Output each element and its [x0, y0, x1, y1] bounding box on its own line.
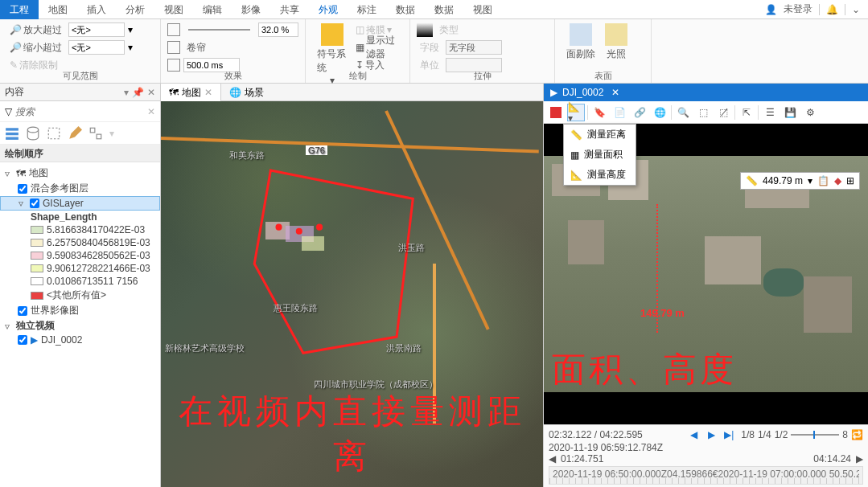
- speed-control[interactable]: 1/81/41/2 8 🔁: [741, 429, 863, 440]
- tab-map[interactable]: 🗺地图✕: [161, 84, 221, 101]
- menu-tab-view2[interactable]: 视图: [463, 0, 502, 19]
- tree-val-3[interactable]: 9.90612728221466E-03: [0, 262, 160, 275]
- tree-gislayer[interactable]: ▿GISLayer: [0, 196, 160, 211]
- export-icon[interactable]: ⇱: [738, 104, 755, 121]
- road-label: 和美东路: [229, 149, 265, 162]
- tree-val-1[interactable]: 6.25750840456819E-03: [0, 236, 160, 249]
- menu-tab-share[interactable]: 共享: [270, 0, 309, 19]
- list-by-select-icon[interactable]: [47, 126, 61, 141]
- expand-icon[interactable]: ⊞: [846, 175, 854, 186]
- list-by-source-icon[interactable]: [26, 126, 40, 141]
- color-swatch[interactable]: [547, 104, 565, 121]
- timestamp-label: 2020-11-19 06:59:12.784Z: [549, 442, 663, 453]
- layer-tree: ▿🗺地图 混合参考图层 ▿GISLayer Shape_Length 5.816…: [0, 162, 160, 350]
- list-by-draw-icon[interactable]: [5, 126, 19, 141]
- menu-tab-map[interactable]: 地图: [39, 0, 77, 19]
- road-label-2: 惠王陵东路: [274, 302, 318, 314]
- menu-tab-project[interactable]: 工程: [0, 0, 39, 19]
- tree-world[interactable]: 世界影像图: [0, 303, 160, 318]
- bell-icon[interactable]: 🔔: [826, 4, 838, 15]
- zoom-out-val[interactable]: [68, 40, 125, 55]
- search-clear-icon[interactable]: ✕: [147, 106, 155, 117]
- group-label-range: 可见范围: [0, 70, 160, 82]
- tree-map[interactable]: ▿🗺地图: [0, 166, 160, 181]
- video-controls: 02:32.122 / 04:22.595 ◀ ▶ ▶| 1/81/41/2 8…: [544, 424, 868, 487]
- group-label-stretch: 拉伸: [410, 70, 554, 82]
- clear-sel-icon[interactable]: ⬚̸: [714, 104, 732, 121]
- video-tab[interactable]: ▶ DJI_0002 ✕: [544, 84, 868, 101]
- note-icon[interactable]: 📄: [611, 104, 628, 121]
- cb-dji[interactable]: [18, 335, 27, 345]
- bookmark-icon[interactable]: 🔖: [590, 104, 608, 121]
- menu-tab-image[interactable]: 影像: [232, 0, 270, 19]
- contents-toolbar: ▾: [0, 122, 160, 145]
- swipe-btn[interactable]: 卷帘: [183, 40, 209, 55]
- menu-tab-data2[interactable]: 数据: [425, 0, 463, 19]
- list-by-edit-icon[interactable]: [68, 126, 82, 141]
- contents-header: 内容 ▾📌✕: [0, 84, 160, 101]
- measure-area[interactable]: ▦测量面积: [564, 145, 636, 165]
- tree-val-4[interactable]: 0.01086713511 7156: [0, 275, 160, 288]
- map-view[interactable]: 和美东路 G76 惠王陵东路 洪景南路 洪玉路 新榕林艺术高级学校 四川城市职业…: [161, 101, 543, 487]
- timeline[interactable]: 2020-11-19 06:50:00.000Z04.159866€2020-1…: [549, 466, 863, 485]
- filter-icon[interactable]: ▽: [5, 106, 12, 117]
- panel-close-icon[interactable]: ✕: [147, 87, 155, 98]
- menu-tab-insert[interactable]: 插入: [77, 0, 116, 19]
- cb-basemap[interactable]: [18, 184, 27, 194]
- panel-pin-icon[interactable]: 📌: [132, 87, 144, 98]
- tree-indep[interactable]: ▿独立视频: [0, 318, 160, 334]
- chevron-down-icon[interactable]: ⌄: [852, 4, 860, 15]
- svg-rect-1: [6, 132, 19, 134]
- next-btn[interactable]: ▶|: [722, 428, 736, 442]
- list-by-snap-icon[interactable]: [88, 126, 103, 141]
- tree-basemap[interactable]: 混合参考图层: [0, 181, 160, 196]
- tab-scene[interactable]: 🌐场景: [221, 84, 272, 101]
- link-icon[interactable]: 🔗: [631, 104, 648, 121]
- measure-distance[interactable]: 📏测量距离: [564, 125, 636, 145]
- group-label-effect: 效果: [161, 70, 305, 82]
- layers-icon[interactable]: ☰: [761, 104, 779, 121]
- tree-val-2[interactable]: 9.59083462850562E-03: [0, 249, 160, 262]
- delete-icon[interactable]: ◆: [834, 175, 841, 186]
- tree-dji[interactable]: ▶DJI_0002: [0, 334, 160, 346]
- menu-tab-label[interactable]: 标注: [348, 0, 386, 19]
- tree-val-other[interactable]: <其他所有值>: [0, 288, 160, 303]
- play-btn[interactable]: ▶: [704, 428, 718, 442]
- close-icon[interactable]: ✕: [611, 87, 619, 98]
- time-label: 02:32.122 / 04:22.595: [549, 429, 643, 440]
- measure-height[interactable]: 📐测量高度: [564, 165, 636, 185]
- select-icon[interactable]: ⬚: [694, 104, 712, 121]
- menu-tab-edit[interactable]: 编辑: [193, 0, 232, 19]
- opacity-input[interactable]: [258, 23, 298, 37]
- panel-menu-icon[interactable]: ▾: [124, 87, 129, 98]
- settings-icon[interactable]: ⚙: [801, 104, 819, 121]
- menu-tab-appearance[interactable]: 外观: [309, 0, 348, 19]
- menu-tab-view[interactable]: 视图: [154, 0, 193, 19]
- stretch-type: 类型: [436, 23, 462, 38]
- tree-val-0[interactable]: 5.8166384170422E-03: [0, 223, 160, 236]
- zoom-in-beyond[interactable]: 🔎 放大超过: [6, 23, 65, 38]
- zoom-icon[interactable]: 🔍: [674, 104, 692, 121]
- zoom-out-beyond[interactable]: 🔎 缩小超过: [6, 40, 65, 55]
- user-icon[interactable]: 👤: [765, 4, 777, 15]
- contents-panel: 内容 ▾📌✕ ▽ ✕ ▾ 绘制顺序 ▿🗺地图 混合参考图层 ▿GISLayer …: [0, 84, 161, 487]
- measure-dropdown[interactable]: 📐▾: [567, 104, 585, 121]
- transparency-icon[interactable]: [167, 23, 180, 36]
- cb-world[interactable]: [18, 306, 27, 316]
- zoom-in-val[interactable]: [68, 23, 125, 37]
- copy-icon[interactable]: 📋: [817, 175, 829, 186]
- save-icon[interactable]: 💾: [781, 104, 799, 121]
- menu-tab-data1[interactable]: 数据: [386, 0, 425, 19]
- menu-tab-analysis[interactable]: 分析: [116, 0, 154, 19]
- search-input[interactable]: [15, 106, 144, 117]
- globe-icon[interactable]: 🌐: [651, 104, 668, 121]
- login-label[interactable]: 未登录: [784, 2, 812, 16]
- prev-btn[interactable]: ◀: [686, 428, 701, 442]
- svg-rect-4: [48, 128, 60, 139]
- hwy-badge: G76: [306, 145, 327, 155]
- svg-rect-2: [6, 137, 19, 139]
- loop-icon[interactable]: 🔁: [851, 429, 863, 440]
- group-label-surface: 表面: [555, 70, 651, 82]
- cb-gis[interactable]: [30, 198, 39, 208]
- swipe-icon[interactable]: [167, 41, 180, 54]
